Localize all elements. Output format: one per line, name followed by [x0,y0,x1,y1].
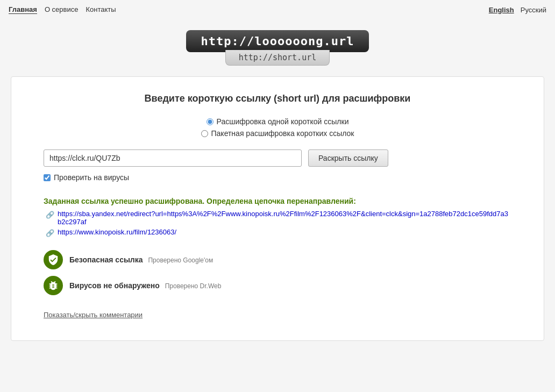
comments-toggle-link[interactable]: Показать/скрыть комментарии [44,311,143,319]
badge-no-virus-main: Вирусов не обнаружено [69,281,160,290]
badge-no-virus: Вирусов не обнаружено Проверено Dr.Web [44,276,511,295]
radio-batch-label: Пакетная расшифровка коротких ссылок [211,129,354,138]
top-nav: Главная О сервисе Контакты English Русск… [0,0,555,19]
result-success-text: Заданная ссылка успешно расшифрована. Оп… [44,197,511,205]
radio-single-label: Расшифровка одной короткой ссылки [217,117,349,126]
result-link-item-2: 🔗 https://www.kinopoisk.ru/film/1236063/ [46,228,511,237]
result-section: Заданная ссылка успешно расшифрована. Оп… [44,197,511,237]
shield-icon [44,250,63,269]
virus-check-checkbox[interactable] [44,174,51,181]
logo-bottom-text: http://short.url [225,50,330,66]
nav-left: Главная О сервисе Контакты [9,5,116,14]
virus-check-label: Проверить на вирусы [54,173,129,182]
nav-home[interactable]: Главная [9,5,37,14]
badge-safe-text: Безопасная ссылка Проверено Google'ом [69,255,213,264]
nav-contacts[interactable]: Контакты [86,5,116,14]
url-input-row: Раскрыть ссылку [44,149,511,167]
radio-single[interactable]: Расшифровка одной короткой ссылки [207,117,349,126]
result-link-2[interactable]: https://www.kinopoisk.ru/film/1236063/ [58,228,176,236]
url-input[interactable] [44,149,302,167]
badges-section: Безопасная ссылка Проверено Google'ом Ви… [44,250,511,295]
main-content: Введите короткую ссылку (short url) для … [11,76,544,341]
result-links: 🔗 https://sba.yandex.net/redirect?url=ht… [44,210,511,237]
comments-link-section: Показать/скрыть комментарии [44,310,511,319]
page-title: Введите короткую ссылку (short url) для … [44,93,511,104]
link-icon-1: 🔗 [46,211,54,219]
logo-area: http://loooooong.url http://short.url [0,30,555,66]
radio-batch[interactable]: Пакетная расшифровка коротких ссылок [201,129,354,138]
badge-no-virus-sub: Проверено Dr.Web [165,282,222,290]
link-icon-2: 🔗 [46,229,54,237]
badge-safe-sub: Проверено Google'ом [148,256,213,264]
badge-safe: Безопасная ссылка Проверено Google'ом [44,250,511,269]
lang-russian[interactable]: Русский [521,6,546,14]
nav-about[interactable]: О сервисе [45,5,79,14]
nav-right: English Русский [489,6,546,14]
radio-batch-input[interactable] [201,130,208,137]
lang-english[interactable]: English [489,6,514,14]
bug-icon [44,276,63,295]
logo-top-text: http://loooooong.url [186,30,369,52]
badge-no-virus-text: Вирусов не обнаружено Проверено Dr.Web [69,281,221,290]
radio-group: Расшифровка одной короткой ссылки Пакетн… [44,117,511,138]
decode-button[interactable]: Раскрыть ссылку [308,149,388,167]
result-link-1[interactable]: https://sba.yandex.net/redirect?url=http… [58,210,511,226]
badge-safe-main: Безопасная ссылка [69,255,143,264]
result-link-item-1: 🔗 https://sba.yandex.net/redirect?url=ht… [46,210,511,226]
page-wrapper: Главная О сервисе Контакты English Русск… [0,0,555,392]
radio-single-input[interactable] [207,118,214,125]
checkbox-row: Проверить на вирусы [44,173,511,182]
